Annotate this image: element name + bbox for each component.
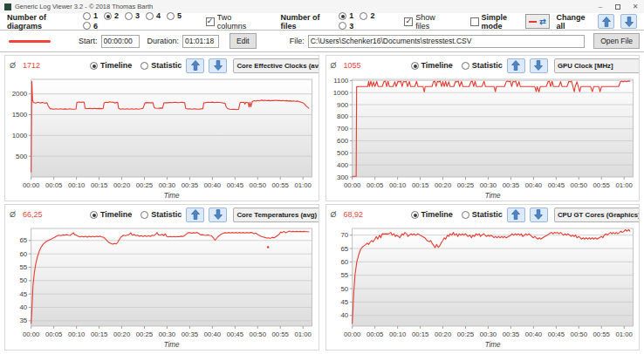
change-all-up-button[interactable] [598, 14, 614, 29]
y-tick-label: 800 [337, 112, 349, 120]
checkbox-label: Show files [415, 13, 447, 31]
chart-panel-core-temperatures: Ø66,25 Timeline Statistic Core Temperatu… [4, 204, 319, 351]
x-tick-label: 00:55 [272, 330, 289, 338]
checkbox-icon: ✓ [206, 17, 215, 26]
metric-dropdown[interactable]: GPU Clock [MHz]▾ [554, 58, 640, 73]
radio-icon [90, 211, 98, 219]
timeline-radio[interactable]: Timeline [90, 61, 132, 70]
radio-icon [360, 12, 367, 20]
start-input[interactable] [101, 35, 140, 48]
window-title: Generic Log Viewer 3.2 - © 2018 Thomas B… [15, 3, 153, 10]
start-label: Start: [79, 37, 98, 45]
metric-up-button[interactable] [507, 208, 525, 222]
x-tick-label: 00:35 [182, 330, 198, 338]
avg-value: 1055 [344, 61, 361, 70]
maximize-button[interactable] [609, 0, 627, 13]
plot-area [31, 228, 312, 326]
radio-option-2[interactable]: 2 [360, 11, 374, 20]
metric-up-button[interactable] [186, 58, 204, 73]
y-tick-label: 70 [340, 231, 348, 239]
reset-sync-button[interactable]: ⇄ [525, 14, 551, 29]
duration-input[interactable] [182, 35, 219, 48]
x-tick-label: 00:00 [23, 330, 39, 338]
statistic-radio[interactable]: Statistic [462, 210, 503, 219]
radio-option-5[interactable]: 5 [167, 11, 182, 20]
chart-gpu-clock: 3004005006007008009001000110000:0000:050… [326, 75, 640, 201]
radio-option-1[interactable]: 1 [83, 11, 98, 20]
metric-down-button[interactable] [209, 58, 227, 73]
metric-down-button[interactable] [530, 208, 548, 222]
y-tick-label: 50 [19, 276, 27, 284]
edit-button[interactable]: Edit [230, 33, 257, 49]
minimize-button[interactable]: – [592, 0, 609, 13]
chart-cpu-gt-cores: 4045505560657000:0000:0500:1000:1500:200… [326, 224, 640, 350]
change-all-down-button[interactable] [620, 14, 637, 29]
file-label: File: [290, 37, 305, 45]
x-tick-label: 00:15 [91, 181, 107, 189]
y-tick-label: 65 [19, 236, 27, 244]
arrow-up-icon [191, 60, 200, 71]
x-tick-label: 00:00 [23, 181, 39, 189]
x-tick-label: 00:40 [204, 181, 221, 189]
file-path-input[interactable] [308, 35, 585, 48]
statistic-radio[interactable]: Statistic [140, 210, 182, 219]
metric-up-button[interactable] [186, 208, 204, 222]
average-readout: Ø1712 [10, 61, 90, 70]
open-file-button[interactable]: Open File [593, 33, 640, 49]
timeline-radio[interactable]: Timeline [411, 61, 453, 70]
chart-panel-cpu-gt-cores: Ø68,92 Timeline Statistic CPU GT Cores (… [325, 204, 641, 351]
avg-symbol: Ø [10, 210, 16, 219]
metric-dropdown[interactable]: CPU GT Cores (Graphics) [°C]▾ [554, 208, 640, 222]
close-button[interactable]: ✕ [627, 0, 644, 13]
radio-icon [125, 12, 133, 20]
metric-down-button[interactable] [530, 58, 548, 73]
arrow-down-icon [214, 209, 223, 220]
y-tick-label: 45 [340, 298, 348, 306]
timeline-radio[interactable]: Timeline [90, 210, 132, 219]
x-tick-label: 00:45 [227, 330, 243, 338]
timeline-radio[interactable]: Timeline [411, 210, 453, 219]
metric-dropdown[interactable]: Core Effective Clocks (avg) [MHz]▾ [233, 58, 319, 73]
simple-mode-checkbox[interactable]: Simple mode [470, 13, 525, 31]
radio-option-3[interactable]: 3 [125, 11, 140, 20]
x-tick-label: 00:10 [68, 330, 85, 338]
radio-label: 3 [135, 11, 140, 20]
metric-down-button[interactable] [209, 208, 227, 222]
timeline-radio-label: Timeline [421, 61, 453, 70]
x-tick-label: 00:30 [159, 181, 175, 189]
metric-dropdown[interactable]: Core Temperatures (avg) [°C]▾ [233, 208, 319, 222]
arrow-up-icon [191, 209, 200, 220]
metric-up-button[interactable] [507, 58, 525, 73]
radio-option-3[interactable]: 3 [339, 22, 353, 31]
x-tick-label: 00:10 [388, 330, 405, 338]
y-tick-label: 1000 [332, 89, 348, 97]
maximize-icon [615, 4, 620, 10]
radio-option-6[interactable]: 6 [83, 22, 98, 31]
x-tick-label: 00:50 [570, 330, 586, 338]
statistic-radio-label: Statistic [151, 61, 182, 70]
radio-option-4[interactable]: 4 [146, 11, 161, 20]
y-tick-label: 60 [19, 250, 27, 258]
radio-label: 1 [93, 11, 98, 20]
panel-header: Ø68,92 Timeline Statistic CPU GT Cores (… [326, 205, 640, 224]
y-tick-label: 1500 [12, 111, 28, 119]
metric-dropdown-value: CPU GT Cores (Graphics) [°C] [558, 211, 640, 219]
radio-icon [140, 62, 148, 70]
toolbar: Number of diagrams 123456 ✓Two columns N… [0, 13, 644, 31]
show-files-checkbox[interactable]: ✓Show files [404, 13, 447, 31]
statistic-radio[interactable]: Statistic [462, 61, 503, 70]
y-tick-label: 55 [340, 271, 348, 279]
radio-label: 4 [156, 11, 161, 20]
statistic-radio[interactable]: Statistic [140, 61, 182, 70]
app-icon [4, 3, 11, 10]
y-tick-label: 45 [19, 290, 27, 298]
metric-dropdown-value: Core Effective Clocks (avg) [MHz] [236, 62, 319, 70]
two-columns-checkbox[interactable]: ✓Two columns [206, 13, 258, 31]
avg-symbol: Ø [331, 210, 337, 219]
y-tick-label: 400 [337, 161, 349, 169]
plot-area [352, 79, 633, 177]
y-tick-label: 900 [337, 101, 349, 109]
radio-option-2[interactable]: 2 [104, 11, 119, 20]
arrow-up-icon [602, 17, 611, 27]
radio-option-1[interactable]: 1 [339, 11, 353, 20]
